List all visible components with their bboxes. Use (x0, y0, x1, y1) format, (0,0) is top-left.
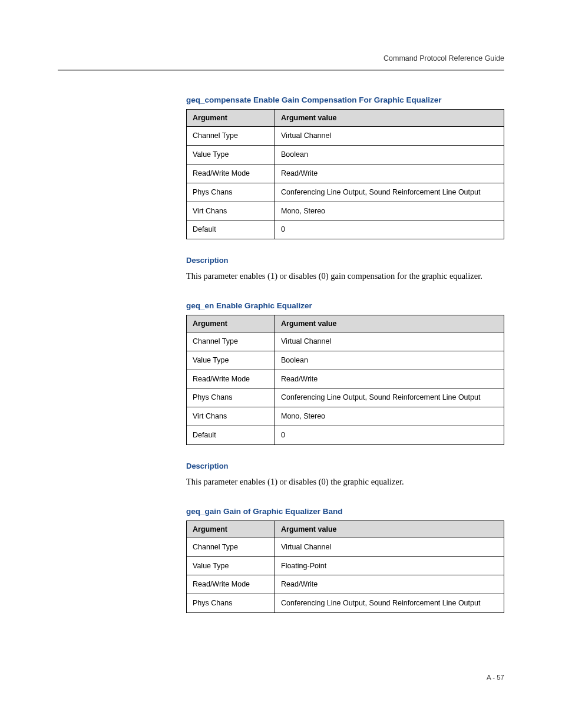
header-rule (58, 70, 504, 71)
table-row: Phys ChansConferencing Line Output, Soun… (187, 594, 504, 613)
table-cell: Conferencing Line Output, Sound Reinforc… (275, 594, 504, 613)
table-cell: Boolean (275, 145, 504, 164)
table-row: Channel TypeVirtual Channel (187, 538, 504, 556)
table-cell: Read/Write (275, 164, 504, 183)
argument-table: Argument Argument value Channel TypeVirt… (186, 315, 504, 445)
table-cell: Value Type (187, 145, 275, 164)
table-row: Virt ChansMono, Stereo (187, 407, 504, 426)
table-cell: Channel Type (187, 538, 275, 556)
section-title: geq_en Enable Graphic Equalizer (186, 301, 504, 310)
table-row: Phys ChansConferencing Line Output, Soun… (187, 183, 504, 202)
table-row: Read/Write ModeRead/Write (187, 370, 504, 388)
table-row: Channel TypeVirtual Channel (187, 127, 504, 146)
table-header-argument: Argument (187, 315, 275, 332)
page-content: geq_compensate Enable Gain Compensation … (186, 95, 504, 613)
description-heading: Description (186, 256, 504, 265)
argument-table: Argument Argument value Channel TypeVirt… (186, 521, 504, 614)
table-cell: Conferencing Line Output, Sound Reinforc… (275, 388, 504, 407)
table-row: Channel TypeVirtual Channel (187, 332, 504, 351)
table-cell: Mono, Stereo (275, 202, 504, 220)
table-cell: Virtual Channel (275, 538, 504, 556)
table-cell: Read/Write (275, 575, 504, 594)
table-cell: Phys Chans (187, 594, 275, 613)
table-cell: Virtual Channel (275, 332, 504, 351)
table-row: Default0 (187, 220, 504, 239)
page-header: Command Protocol Reference Guide (58, 54, 504, 71)
table-cell: 0 (275, 220, 504, 239)
table-row: Phys ChansConferencing Line Output, Soun… (187, 388, 504, 407)
section-title: geq_compensate Enable Gain Compensation … (186, 95, 504, 104)
header-title: Command Protocol Reference Guide (58, 54, 504, 62)
table-row: Value TypeBoolean (187, 351, 504, 370)
page-number: A - 57 (487, 674, 504, 681)
table-row: Default0 (187, 426, 504, 445)
table-cell: Read/Write Mode (187, 164, 275, 183)
table-header-value: Argument value (275, 110, 504, 127)
table-cell: Phys Chans (187, 388, 275, 407)
table-cell: Conferencing Line Output, Sound Reinforc… (275, 183, 504, 202)
description-text: This parameter enables (1) or disables (… (186, 271, 504, 282)
table-cell: Read/Write (275, 370, 504, 388)
table-cell: 0 (275, 426, 504, 445)
table-cell: Boolean (275, 351, 504, 370)
table-cell: Value Type (187, 556, 275, 575)
table-cell: Value Type (187, 351, 275, 370)
table-row: Value TypeBoolean (187, 145, 504, 164)
table-row: Read/Write ModeRead/Write (187, 575, 504, 594)
table-header-argument: Argument (187, 110, 275, 127)
table-header-value: Argument value (275, 521, 504, 538)
table-cell: Virtual Channel (275, 127, 504, 146)
description-text: This parameter enables (1) or disables (… (186, 476, 504, 488)
table-cell: Channel Type (187, 332, 275, 351)
table-cell: Floating-Point (275, 556, 504, 575)
table-cell: Default (187, 426, 275, 445)
table-cell: Virt Chans (187, 202, 275, 220)
table-cell: Channel Type (187, 127, 275, 146)
table-cell: Virt Chans (187, 407, 275, 426)
table-row: Read/Write ModeRead/Write (187, 164, 504, 183)
table-header-value: Argument value (275, 315, 504, 332)
section-title: geq_gain Gain of Graphic Equalizer Band (186, 507, 504, 516)
table-cell: Read/Write Mode (187, 370, 275, 388)
table-header-argument: Argument (187, 521, 275, 538)
table-cell: Mono, Stereo (275, 407, 504, 426)
table-row: Value TypeFloating-Point (187, 556, 504, 575)
table-cell: Default (187, 220, 275, 239)
description-heading: Description (186, 462, 504, 470)
argument-table: Argument Argument value Channel TypeVirt… (186, 109, 504, 239)
table-cell: Read/Write Mode (187, 575, 275, 594)
table-cell: Phys Chans (187, 183, 275, 202)
table-row: Virt ChansMono, Stereo (187, 202, 504, 220)
